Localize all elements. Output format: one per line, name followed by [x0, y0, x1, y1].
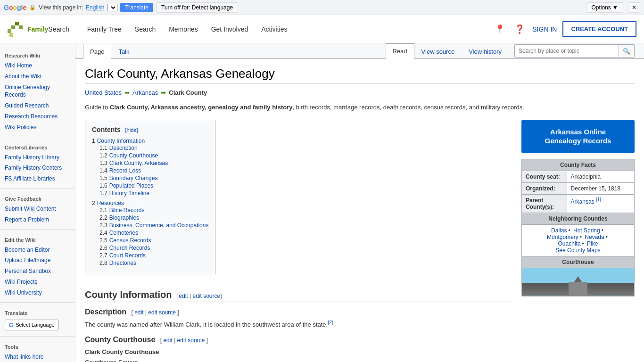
sidebar-item-research-resources[interactable]: Research Resources	[0, 111, 75, 122]
svg-rect-4	[9, 33, 13, 37]
description-edit[interactable]: edit	[134, 309, 143, 316]
contents-link-church[interactable]: Church Records	[109, 245, 150, 251]
contents-link-business[interactable]: Business, Commerce, and Occupations	[109, 222, 209, 229]
hide-link[interactable]: [hide]	[125, 127, 138, 133]
contents-item-2-6: 2.6Church Records	[99, 244, 208, 252]
sidebar-item-become-editor[interactable]: Become an Editor	[0, 245, 75, 255]
tab-talk[interactable]: Talk	[111, 44, 136, 59]
select-language-button[interactable]: G Select Language	[5, 320, 59, 330]
create-account-button[interactable]: CREATE ACCOUNT	[562, 21, 636, 37]
breadcrumb-arkansas[interactable]: Arkansas	[132, 89, 158, 96]
organized-label: Organized:	[522, 182, 567, 194]
contents-link-county-info[interactable]: County Information	[97, 138, 145, 144]
county-hot-spring[interactable]: Hot Spring	[573, 227, 600, 234]
language-dropdown[interactable]	[107, 4, 117, 11]
contents-link-bible[interactable]: Bible Records	[109, 207, 145, 214]
contents-link-directories[interactable]: Directories	[109, 260, 136, 266]
county-montgomery[interactable]: Montgomery	[547, 234, 578, 240]
contents-link-record-loss[interactable]: Record Loss	[109, 167, 141, 174]
signin-button[interactable]: SIGN IN	[532, 25, 557, 33]
sidebar-item-wiki-policies[interactable]: Wiki Policies	[0, 122, 75, 133]
close-button[interactable]: ✕	[628, 2, 640, 13]
sidebar-item-wiki-university[interactable]: Wiki University	[0, 288, 75, 298]
nav-memories[interactable]: Memories	[162, 22, 204, 37]
county-info-edit-source[interactable]: edit source	[192, 293, 220, 299]
tab-read[interactable]: Read	[386, 43, 414, 59]
main-area: Page Talk Read View source View history …	[75, 43, 644, 362]
courthouse-addr1: Courthouse Square	[85, 359, 138, 362]
sidebar-item-what-links-here[interactable]: What links here	[0, 352, 75, 362]
contents-link-biographies[interactable]: Biographies	[109, 214, 139, 221]
sidebar-title-edit: Edit the Wiki	[0, 233, 75, 245]
parent-county-link[interactable]: Arkansas	[571, 198, 594, 205]
sidebar-item-submit-wiki[interactable]: Submit Wiki Content	[0, 204, 75, 214]
county-nevada[interactable]: Nevada	[585, 234, 604, 240]
county-ouachita[interactable]: Ouachita	[558, 240, 581, 247]
translate-button[interactable]: Translate	[120, 3, 153, 12]
sidebar-item-about-wiki[interactable]: About the Wiki	[0, 71, 75, 82]
breadcrumb-us[interactable]: United States	[85, 89, 122, 96]
sidebar-title-research-wiki: Research Wiki	[0, 49, 75, 60]
help-icon-button[interactable]: ❓	[512, 22, 527, 36]
turnoff-button[interactable]: Turn off for: Detect language	[156, 2, 238, 13]
tab-page[interactable]: Page	[83, 44, 111, 59]
contents-item-2-1: 2.1Bible Records	[99, 206, 208, 214]
location-icon-button[interactable]: 📍	[493, 22, 507, 36]
county-info-edit[interactable]: edit	[179, 293, 188, 299]
county-facts-row-organized: Organized: December 15, 1818	[522, 182, 635, 194]
contents-link-court[interactable]: Court Records	[109, 252, 146, 259]
contents-title: Contents [hide]	[92, 126, 208, 133]
sidebar-item-personal-sandbox[interactable]: Personal Sandbox	[0, 266, 75, 277]
ark-online-button[interactable]: Arkansas OnlineGenealogy Records	[521, 120, 635, 153]
sidebar-item-guided-research[interactable]: Guided Research	[0, 100, 75, 111]
courthouse-img-header: Courthouse	[522, 256, 635, 268]
intro-bold: Clark County, Arkansas ancestry, genealo…	[110, 104, 293, 111]
nav-search[interactable]: Search	[128, 22, 162, 37]
tab-view-history[interactable]: View history	[462, 44, 509, 59]
contents-link-clark-county[interactable]: Clark County, Arkansas	[109, 160, 168, 166]
contents-sublist-2: 2.1Bible Records 2.2Biographies 2.3Busin…	[92, 206, 208, 267]
sidebar-item-family-history-library[interactable]: Family History Library	[0, 152, 75, 163]
contents-link-resources[interactable]: Resources	[97, 200, 124, 206]
courthouse-edit-links: [ edit | edit source ]	[160, 337, 208, 344]
county-dallas[interactable]: Dallas	[551, 227, 567, 234]
contents-link-courthouse[interactable]: County Courthouse	[109, 152, 158, 159]
lock-icon: 🔒	[29, 4, 36, 10]
contents-link-description[interactable]: Description	[109, 145, 138, 151]
contents-item-2-7: 2.7Court Records	[99, 252, 208, 259]
nav-get-involved[interactable]: Get Involved	[205, 22, 255, 37]
sidebar-item-family-history-centers[interactable]: Family History Centers	[0, 163, 75, 173]
search-input[interactable]	[515, 46, 619, 56]
search-button[interactable]: 🔍	[619, 45, 634, 57]
sidebar-item-upload-file[interactable]: Upload File/Image	[0, 255, 75, 266]
contents-link-boundary[interactable]: Boundary Changes	[109, 175, 158, 181]
nav-activities[interactable]: Activities	[255, 22, 294, 37]
neighboring-header: Neighboring Counties	[522, 213, 635, 224]
organized-value: December 15, 1818	[567, 182, 634, 194]
sidebar-item-wiki-home[interactable]: Wiki Home	[0, 60, 75, 71]
sidebar-item-fs-affiliate[interactable]: FS Affiliate Libraries	[0, 173, 75, 184]
courthouse-edit-source[interactable]: edit source	[177, 337, 205, 344]
neighboring-counties-data: Dallas• Hot Spring• Montgomery• Nevada• …	[522, 224, 635, 256]
see-county-maps[interactable]: See County Maps	[555, 247, 600, 254]
translate-bar: Google 🔒 View this page in: English Tran…	[0, 0, 644, 15]
tab-view-source[interactable]: View source	[414, 44, 462, 59]
sidebar-item-online-genealogy[interactable]: Online Genealogy Records	[0, 82, 75, 101]
logo-area[interactable]: FamilySearch	[8, 21, 69, 38]
county-seat-label: County seat:	[522, 171, 567, 182]
contents-link-cemeteries[interactable]: Cemeteries	[109, 230, 138, 236]
sidebar-item-report-problem[interactable]: Report a Problem	[0, 214, 75, 225]
page-content: Clark County, Arkansas Genealogy United …	[75, 59, 644, 362]
contents-link-populated[interactable]: Populated Places	[109, 182, 153, 189]
contents-item-1-2: 1.2County Courthouse	[99, 152, 208, 159]
options-button[interactable]: Options ▼	[586, 2, 623, 13]
county-pike[interactable]: Pike	[587, 240, 598, 247]
english-link[interactable]: English	[86, 4, 104, 11]
contents-link-history[interactable]: History Timeline	[109, 190, 149, 197]
sidebar-item-wiki-projects[interactable]: Wiki Projects	[0, 277, 75, 288]
courthouse-edit[interactable]: edit	[163, 337, 172, 344]
description-edit-source[interactable]: edit source	[148, 309, 176, 316]
contents-item-2-8: 2.8Directories	[99, 259, 208, 267]
nav-family-tree[interactable]: Family Tree	[81, 22, 128, 37]
contents-link-census[interactable]: Census Records	[109, 237, 151, 244]
